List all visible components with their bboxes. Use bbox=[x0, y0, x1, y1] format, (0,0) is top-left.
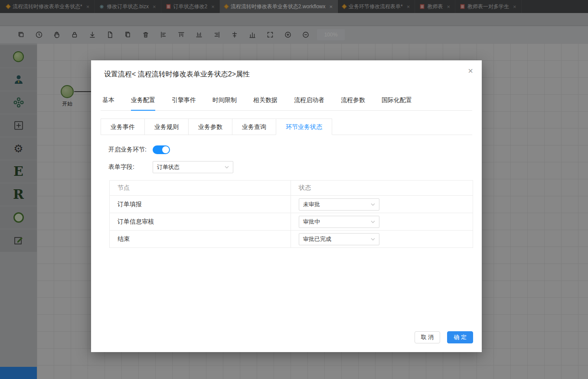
form-field-row: 表单字段: 订单状态 bbox=[108, 161, 464, 173]
table-row: 订单信息审核 审批中 bbox=[110, 213, 473, 231]
chevron-down-icon bbox=[371, 221, 375, 223]
cancel-button[interactable]: 取 消 bbox=[415, 331, 441, 343]
status-select[interactable]: 审批已完成 bbox=[299, 233, 379, 245]
process-properties-dialog: 设置流程< 流程流转时修改表单业务状态2>属性 × 基本 业务配置 引擎事件 时… bbox=[91, 60, 482, 352]
confirm-button[interactable]: 确 定 bbox=[447, 331, 473, 343]
field-label: 表单字段: bbox=[108, 163, 153, 171]
column-header-node: 节点 bbox=[110, 181, 291, 196]
column-header-status: 状态 bbox=[291, 181, 473, 196]
tab-i18n-config[interactable]: 国际化配置 bbox=[382, 96, 412, 110]
tab-time-limit[interactable]: 时间限制 bbox=[212, 96, 237, 110]
status-select-value: 审批已完成 bbox=[303, 235, 331, 243]
tab-engine-events[interactable]: 引擎事件 bbox=[172, 96, 196, 110]
dialog-title: 设置流程< 流程流转时修改表单业务状态2>属性 bbox=[91, 60, 482, 79]
dialog-tabbar: 基本 业务配置 引擎事件 时间限制 相关数据 流程启动者 流程参数 国际化配置 bbox=[101, 96, 472, 111]
tab-business-config[interactable]: 业务配置 bbox=[131, 96, 155, 111]
dialog-close-icon[interactable]: × bbox=[468, 66, 473, 75]
status-select-value: 审批中 bbox=[303, 218, 320, 226]
node-status-table: 节点 状态 订单填报 未审批 订单信息审核 bbox=[109, 180, 473, 248]
node-cell: 订单填报 bbox=[110, 196, 291, 213]
status-select[interactable]: 审批中 bbox=[299, 216, 379, 228]
table-row: 订单填报 未审批 bbox=[110, 196, 473, 213]
chevron-down-icon bbox=[225, 166, 229, 168]
status-select[interactable]: 未审批 bbox=[299, 198, 379, 211]
subtab-business-params[interactable]: 业务参数 bbox=[188, 119, 232, 135]
table-row: 结束 审批已完成 bbox=[110, 231, 473, 248]
workflow-designer-window: 流程流转时修改表单业务状态* × 修改订单状态.bizx × 订单状态修改2 ×… bbox=[0, 0, 588, 379]
enable-business-node-toggle[interactable] bbox=[153, 145, 170, 154]
form-field-select[interactable]: 订单状态 bbox=[153, 161, 233, 173]
tab-related-data[interactable]: 相关数据 bbox=[253, 96, 278, 110]
tab-process-params[interactable]: 流程参数 bbox=[341, 96, 365, 110]
dialog-footer: 取 消 确 定 bbox=[415, 331, 473, 343]
subtab-business-rules[interactable]: 业务规则 bbox=[144, 119, 189, 135]
tab-process-initiator[interactable]: 流程启动者 bbox=[294, 96, 324, 110]
chevron-down-icon bbox=[371, 238, 375, 241]
tab-basic[interactable]: 基本 bbox=[102, 96, 114, 110]
subtab-node-business-status[interactable]: 环节业务状态 bbox=[276, 119, 332, 135]
subtab-business-events[interactable]: 业务事件 bbox=[101, 119, 145, 135]
dialog-subtabbar: 业务事件 业务规则 业务参数 业务查询 环节业务状态 bbox=[101, 119, 472, 135]
node-cell: 结束 bbox=[110, 231, 291, 248]
enable-business-node-row: 开启业务环节: bbox=[108, 145, 464, 154]
form-field-select-value: 订单状态 bbox=[157, 163, 180, 171]
table-header-row: 节点 状态 bbox=[110, 181, 473, 196]
subtab-business-query[interactable]: 业务查询 bbox=[232, 119, 276, 135]
toggle-label: 开启业务环节: bbox=[108, 146, 153, 154]
chevron-down-icon bbox=[371, 203, 375, 206]
node-cell: 订单信息审核 bbox=[110, 213, 291, 231]
status-select-value: 未审批 bbox=[303, 201, 320, 208]
